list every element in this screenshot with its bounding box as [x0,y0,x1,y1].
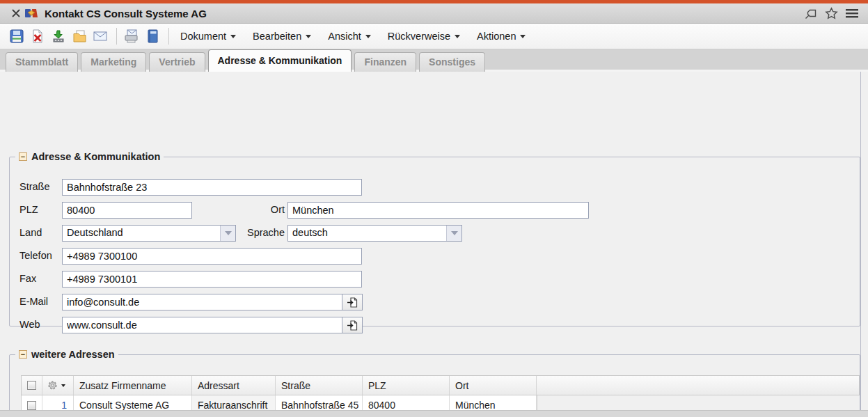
star-icon[interactable] [823,6,839,21]
title-bar: Kontakt CS Consult Systeme AG [0,3,868,24]
menu-rueckverweise[interactable]: Rückverweise [381,27,466,45]
plz-input[interactable] [62,202,192,219]
menu-dokument-label: Dokument [180,31,226,42]
address-fieldset-legend: − Adresse & Kommunikation [15,151,164,162]
tab-bar: Stammblatt Marketing Vertrieb Adresse & … [0,49,868,72]
content-right-border [860,72,861,410]
collapse-icon[interactable]: − [19,152,27,161]
col-header-ort[interactable]: Ort [450,376,537,395]
menu-ansicht-label: Ansicht [328,31,361,42]
address-fieldset: − Adresse & Kommunikation Straße PLZ Ort… [9,151,860,326]
col-header-filler [537,376,859,395]
column-settings-button[interactable] [47,379,65,391]
telefon-input[interactable] [62,248,362,265]
address-book-icon[interactable] [143,26,162,46]
sprache-combobox[interactable]: deutsch [287,225,462,242]
menu-dokument[interactable]: Dokument [174,27,242,45]
chevron-down-icon [520,35,526,38]
tab-vertrieb[interactable]: Vertrieb [149,52,205,72]
menu-aktionen-label: Aktionen [477,31,516,42]
window-bottom-strip [0,410,868,417]
more-addresses-legend: − weitere Adressen [15,349,118,360]
ort-label: Ort [239,204,285,215]
hamburger-menu-icon[interactable] [844,6,860,21]
fax-label: Fax [19,273,36,284]
sprache-value: deutsch [292,227,328,238]
select-all-checkbox[interactable] [27,381,36,390]
select-all-cell [22,376,42,395]
check-in-icon[interactable] [49,26,68,46]
delete-document-icon[interactable] [28,26,47,46]
menu-aktionen[interactable]: Aktionen [471,27,532,45]
collapse-icon[interactable]: − [19,350,27,359]
land-value: Deutschland [67,227,123,238]
chevron-down-icon [455,35,460,38]
combo-dropdown-icon[interactable] [446,226,461,241]
ort-input[interactable] [287,202,589,219]
address-fieldset-title: Adresse & Kommunikation [31,151,160,162]
chevron-down-icon [306,35,311,38]
pin-icon[interactable] [803,6,818,21]
land-label: Land [19,227,42,238]
chevron-down-icon [61,384,65,387]
strasse-input[interactable] [62,179,362,196]
window-title: Kontakt CS Consult Systeme AG [45,8,207,19]
toolbar-separator [168,28,169,45]
contact-handshake-icon [24,6,39,21]
plz-label: PLZ [19,204,38,215]
land-combobox[interactable]: Deutschland [62,225,236,242]
close-icon[interactable] [8,6,24,21]
chevron-down-icon [365,35,371,38]
chevron-down-icon [230,35,236,38]
tab-marketing[interactable]: Marketing [81,52,146,72]
fax-input[interactable] [62,271,362,288]
content-area: − Adresse & Kommunikation Straße PLZ Ort… [0,72,868,410]
menu-rueckverweise-label: Rückverweise [388,31,450,42]
tab-finanzen[interactable]: Finanzen [354,52,416,72]
print-letter-icon[interactable] [122,26,141,46]
more-addresses-title: weitere Adressen [31,349,115,360]
col-header-adressart[interactable]: Adressart [192,376,276,395]
col-header-zusatz[interactable]: Zusatz Firmenname [74,376,192,395]
gear-cell [42,376,74,395]
col-header-plz[interactable]: PLZ [363,376,450,395]
col-header-strasse[interactable]: Straße [276,376,363,395]
web-open-button[interactable] [342,317,363,333]
tab-stammblatt[interactable]: Stammblatt [6,52,78,72]
menu-bearbeiten[interactable]: Bearbeiten [246,27,317,45]
menu-ansicht[interactable]: Ansicht [322,27,377,45]
web-input[interactable] [62,317,342,333]
send-mail-icon[interactable] [90,26,110,46]
email-label: E-Mail [19,296,48,307]
save-icon[interactable] [7,26,26,46]
email-open-button[interactable] [342,294,363,310]
web-label: Web [19,319,40,330]
telefon-label: Telefon [19,250,52,261]
addresses-table-header: Zusatz Firmenname Adressart Straße PLZ O… [21,375,860,395]
menu-bearbeiten-label: Bearbeiten [253,31,301,42]
contact-window: Kontakt CS Consult Systeme AG [0,0,868,417]
tab-sonstiges[interactable]: Sonstiges [419,52,485,72]
email-input[interactable] [62,294,342,310]
strasse-label: Straße [19,181,50,192]
gear-icon [47,379,58,391]
sprache-label: Sprache [239,227,285,238]
combo-dropdown-icon[interactable] [220,226,235,241]
row-checkbox[interactable] [27,401,36,410]
toolbar-separator [116,28,117,45]
main-toolbar: Dokument Bearbeiten Ansicht Rückverweise… [0,24,868,49]
copy-document-icon[interactable] [70,26,89,46]
tab-adresse-kommunikation[interactable]: Adresse & Kommunikation [208,49,352,72]
more-addresses-fieldset: − weitere Adressen [9,349,860,417]
